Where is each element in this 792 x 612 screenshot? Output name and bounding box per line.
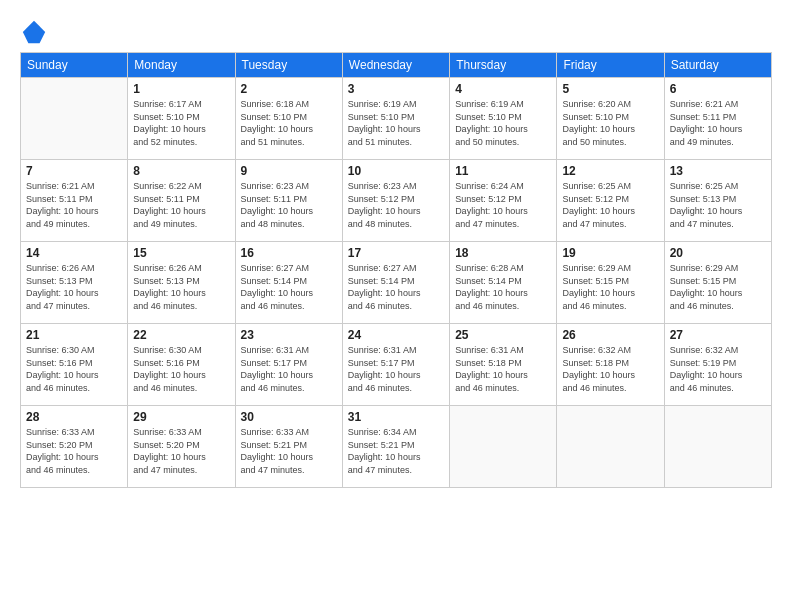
day-number: 14 [26, 246, 122, 260]
day-info: Sunrise: 6:29 AM Sunset: 5:15 PM Dayligh… [670, 262, 766, 312]
calendar-cell: 15Sunrise: 6:26 AM Sunset: 5:13 PM Dayli… [128, 242, 235, 324]
calendar-cell [450, 406, 557, 488]
calendar-cell: 17Sunrise: 6:27 AM Sunset: 5:14 PM Dayli… [342, 242, 449, 324]
day-info: Sunrise: 6:19 AM Sunset: 5:10 PM Dayligh… [455, 98, 551, 148]
day-info: Sunrise: 6:34 AM Sunset: 5:21 PM Dayligh… [348, 426, 444, 476]
calendar-cell: 1Sunrise: 6:17 AM Sunset: 5:10 PM Daylig… [128, 78, 235, 160]
day-number: 25 [455, 328, 551, 342]
calendar-cell: 3Sunrise: 6:19 AM Sunset: 5:10 PM Daylig… [342, 78, 449, 160]
day-info: Sunrise: 6:33 AM Sunset: 5:20 PM Dayligh… [26, 426, 122, 476]
day-of-week-header: Monday [128, 53, 235, 78]
day-info: Sunrise: 6:31 AM Sunset: 5:17 PM Dayligh… [241, 344, 337, 394]
day-of-week-header: Thursday [450, 53, 557, 78]
day-info: Sunrise: 6:26 AM Sunset: 5:13 PM Dayligh… [133, 262, 229, 312]
calendar-cell: 6Sunrise: 6:21 AM Sunset: 5:11 PM Daylig… [664, 78, 771, 160]
day-of-week-header: Friday [557, 53, 664, 78]
day-number: 5 [562, 82, 658, 96]
header [20, 18, 772, 46]
day-info: Sunrise: 6:27 AM Sunset: 5:14 PM Dayligh… [241, 262, 337, 312]
day-info: Sunrise: 6:33 AM Sunset: 5:20 PM Dayligh… [133, 426, 229, 476]
calendar-cell: 23Sunrise: 6:31 AM Sunset: 5:17 PM Dayli… [235, 324, 342, 406]
calendar-cell: 2Sunrise: 6:18 AM Sunset: 5:10 PM Daylig… [235, 78, 342, 160]
calendar-cell: 9Sunrise: 6:23 AM Sunset: 5:11 PM Daylig… [235, 160, 342, 242]
day-number: 1 [133, 82, 229, 96]
calendar-cell: 26Sunrise: 6:32 AM Sunset: 5:18 PM Dayli… [557, 324, 664, 406]
day-number: 8 [133, 164, 229, 178]
day-number: 29 [133, 410, 229, 424]
day-info: Sunrise: 6:31 AM Sunset: 5:18 PM Dayligh… [455, 344, 551, 394]
day-number: 17 [348, 246, 444, 260]
calendar-cell: 11Sunrise: 6:24 AM Sunset: 5:12 PM Dayli… [450, 160, 557, 242]
calendar-cell: 18Sunrise: 6:28 AM Sunset: 5:14 PM Dayli… [450, 242, 557, 324]
day-number: 19 [562, 246, 658, 260]
day-number: 20 [670, 246, 766, 260]
day-number: 6 [670, 82, 766, 96]
calendar-cell [21, 78, 128, 160]
calendar-table: SundayMondayTuesdayWednesdayThursdayFrid… [20, 52, 772, 488]
calendar-week-row: 7Sunrise: 6:21 AM Sunset: 5:11 PM Daylig… [21, 160, 772, 242]
logo-icon [20, 18, 48, 46]
calendar-cell: 13Sunrise: 6:25 AM Sunset: 5:13 PM Dayli… [664, 160, 771, 242]
day-number: 26 [562, 328, 658, 342]
day-info: Sunrise: 6:28 AM Sunset: 5:14 PM Dayligh… [455, 262, 551, 312]
day-number: 31 [348, 410, 444, 424]
day-info: Sunrise: 6:32 AM Sunset: 5:19 PM Dayligh… [670, 344, 766, 394]
day-number: 24 [348, 328, 444, 342]
day-of-week-header: Wednesday [342, 53, 449, 78]
calendar-cell: 14Sunrise: 6:26 AM Sunset: 5:13 PM Dayli… [21, 242, 128, 324]
calendar-cell: 4Sunrise: 6:19 AM Sunset: 5:10 PM Daylig… [450, 78, 557, 160]
day-number: 9 [241, 164, 337, 178]
calendar-week-row: 14Sunrise: 6:26 AM Sunset: 5:13 PM Dayli… [21, 242, 772, 324]
day-info: Sunrise: 6:30 AM Sunset: 5:16 PM Dayligh… [133, 344, 229, 394]
calendar-cell: 21Sunrise: 6:30 AM Sunset: 5:16 PM Dayli… [21, 324, 128, 406]
day-info: Sunrise: 6:17 AM Sunset: 5:10 PM Dayligh… [133, 98, 229, 148]
day-info: Sunrise: 6:27 AM Sunset: 5:14 PM Dayligh… [348, 262, 444, 312]
calendar-cell [557, 406, 664, 488]
calendar-cell: 27Sunrise: 6:32 AM Sunset: 5:19 PM Dayli… [664, 324, 771, 406]
day-number: 4 [455, 82, 551, 96]
day-number: 16 [241, 246, 337, 260]
svg-marker-0 [23, 21, 45, 43]
calendar-cell: 10Sunrise: 6:23 AM Sunset: 5:12 PM Dayli… [342, 160, 449, 242]
calendar-cell: 24Sunrise: 6:31 AM Sunset: 5:17 PM Dayli… [342, 324, 449, 406]
calendar-cell: 12Sunrise: 6:25 AM Sunset: 5:12 PM Dayli… [557, 160, 664, 242]
calendar-cell: 30Sunrise: 6:33 AM Sunset: 5:21 PM Dayli… [235, 406, 342, 488]
page: SundayMondayTuesdayWednesdayThursdayFrid… [0, 0, 792, 612]
calendar-cell: 7Sunrise: 6:21 AM Sunset: 5:11 PM Daylig… [21, 160, 128, 242]
day-number: 10 [348, 164, 444, 178]
calendar-cell: 25Sunrise: 6:31 AM Sunset: 5:18 PM Dayli… [450, 324, 557, 406]
day-info: Sunrise: 6:25 AM Sunset: 5:12 PM Dayligh… [562, 180, 658, 230]
day-info: Sunrise: 6:23 AM Sunset: 5:12 PM Dayligh… [348, 180, 444, 230]
day-number: 18 [455, 246, 551, 260]
logo [20, 18, 52, 46]
day-info: Sunrise: 6:32 AM Sunset: 5:18 PM Dayligh… [562, 344, 658, 394]
days-of-week-row: SundayMondayTuesdayWednesdayThursdayFrid… [21, 53, 772, 78]
day-info: Sunrise: 6:21 AM Sunset: 5:11 PM Dayligh… [26, 180, 122, 230]
calendar-cell: 31Sunrise: 6:34 AM Sunset: 5:21 PM Dayli… [342, 406, 449, 488]
day-number: 30 [241, 410, 337, 424]
day-info: Sunrise: 6:29 AM Sunset: 5:15 PM Dayligh… [562, 262, 658, 312]
calendar-cell: 29Sunrise: 6:33 AM Sunset: 5:20 PM Dayli… [128, 406, 235, 488]
day-number: 7 [26, 164, 122, 178]
calendar-cell: 19Sunrise: 6:29 AM Sunset: 5:15 PM Dayli… [557, 242, 664, 324]
day-info: Sunrise: 6:18 AM Sunset: 5:10 PM Dayligh… [241, 98, 337, 148]
calendar-week-row: 21Sunrise: 6:30 AM Sunset: 5:16 PM Dayli… [21, 324, 772, 406]
day-info: Sunrise: 6:30 AM Sunset: 5:16 PM Dayligh… [26, 344, 122, 394]
day-info: Sunrise: 6:25 AM Sunset: 5:13 PM Dayligh… [670, 180, 766, 230]
calendar-cell: 20Sunrise: 6:29 AM Sunset: 5:15 PM Dayli… [664, 242, 771, 324]
day-info: Sunrise: 6:31 AM Sunset: 5:17 PM Dayligh… [348, 344, 444, 394]
day-number: 28 [26, 410, 122, 424]
day-number: 11 [455, 164, 551, 178]
day-number: 12 [562, 164, 658, 178]
day-number: 21 [26, 328, 122, 342]
calendar-cell: 16Sunrise: 6:27 AM Sunset: 5:14 PM Dayli… [235, 242, 342, 324]
calendar-cell [664, 406, 771, 488]
day-info: Sunrise: 6:21 AM Sunset: 5:11 PM Dayligh… [670, 98, 766, 148]
calendar-cell: 5Sunrise: 6:20 AM Sunset: 5:10 PM Daylig… [557, 78, 664, 160]
day-of-week-header: Saturday [664, 53, 771, 78]
day-number: 15 [133, 246, 229, 260]
calendar-cell: 8Sunrise: 6:22 AM Sunset: 5:11 PM Daylig… [128, 160, 235, 242]
day-info: Sunrise: 6:23 AM Sunset: 5:11 PM Dayligh… [241, 180, 337, 230]
day-number: 3 [348, 82, 444, 96]
day-number: 22 [133, 328, 229, 342]
